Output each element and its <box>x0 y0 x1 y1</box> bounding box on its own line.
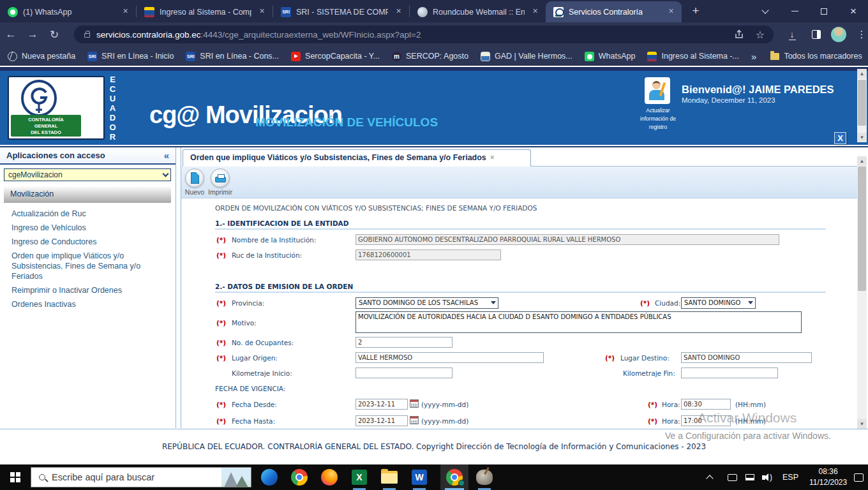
bookmark-sri-inicio[interactable]: SRISRI en Línea - Inicio <box>87 52 174 61</box>
taskbar-edge[interactable] <box>255 464 283 490</box>
url-omnibox[interactable]: servicios.contraloria.gob.ec:4443/cge_ar… <box>74 26 774 43</box>
session-close-button[interactable]: X <box>834 132 846 144</box>
sidebar-item-actualizacion-ruc[interactable]: Actualización de Ruc <box>11 209 167 219</box>
bookmark-ingreso-sistema[interactable]: Ingreso al Sistema -... <box>647 52 739 61</box>
provincia-select[interactable]: SANTO DOMINGO DE LOS TSACHILAS <box>355 297 498 309</box>
taskbar-excel[interactable]: X <box>345 464 373 490</box>
ocupantes-input[interactable] <box>355 337 453 348</box>
side-panel-icon[interactable] <box>812 30 821 39</box>
document-tab-close-icon[interactable]: × <box>490 153 495 162</box>
close-window-button[interactable]: × <box>839 0 868 22</box>
cge-favicon-icon <box>553 7 564 17</box>
bookmark-sri-consultas[interactable]: SRISRI en Línea - Cons... <box>186 52 279 61</box>
fecha-hasta-input[interactable] <box>355 415 408 426</box>
tray-volume[interactable] <box>762 464 768 490</box>
share-icon[interactable] <box>734 29 744 40</box>
start-button[interactable] <box>0 464 31 490</box>
tab-close-icon[interactable]: × <box>120 6 131 17</box>
document-tab[interactable]: Orden que implique Viáticos y/o Subsiste… <box>183 149 531 167</box>
search-highlight-image[interactable] <box>221 467 251 487</box>
fecha-desde-input[interactable] <box>355 399 408 410</box>
welcome-date: Monday, December 11, 2023 <box>682 96 775 104</box>
sidebar-item-ingreso-vehiculos[interactable]: Ingreso de Vehículos <box>11 223 167 233</box>
minimize-button[interactable] <box>780 0 809 22</box>
tray-chevron[interactable] <box>707 464 712 490</box>
bookmarks-overflow-chevron[interactable]: » <box>751 51 756 62</box>
sidebar-item-orden-viaticos[interactable]: Orden que implique Viáticos y/o Subsiste… <box>11 251 167 281</box>
taskbar-gimp[interactable] <box>470 464 498 490</box>
back-button[interactable]: ← <box>0 28 22 41</box>
ruc-input[interactable] <box>355 249 501 260</box>
tab-whatsapp[interactable]: (1) WhatsApp × <box>0 1 136 22</box>
tab-close-icon[interactable]: × <box>393 6 404 17</box>
downloads-icon[interactable]: ↓ <box>782 29 802 40</box>
notification-center[interactable] <box>854 464 864 490</box>
sidebar-item-reimprimir-inactivar[interactable]: Reimprimir o Inactivar Ordenes <box>11 285 167 295</box>
collapse-sidebar-icon[interactable]: « <box>164 147 169 164</box>
tray-device[interactable] <box>728 464 737 490</box>
ciudad-select[interactable]: SANTO DOMINGO <box>681 297 756 309</box>
scroll-down-icon[interactable]: ▼ <box>857 419 867 429</box>
header-scrollbar[interactable]: ▲ ▼ <box>857 69 867 142</box>
browser-menu-icon[interactable]: ⋮ <box>855 29 868 40</box>
calendar-icon[interactable] <box>410 416 419 424</box>
bookmark-star-icon[interactable]: ☆ <box>756 29 765 41</box>
restore-button[interactable] <box>809 0 839 22</box>
bookmark-nueva-pestana[interactable]: Nueva pestaña <box>8 52 75 61</box>
profile-avatar[interactable] <box>831 27 846 42</box>
tray-network[interactable] <box>745 464 754 490</box>
tab-close-icon[interactable]: × <box>257 6 267 17</box>
required-mark: (*) <box>216 417 226 425</box>
update-registration-avatar[interactable] <box>645 77 670 104</box>
taskbar-explorer[interactable] <box>375 464 403 490</box>
taskbar-word[interactable]: W <box>405 464 433 490</box>
new-tab-button[interactable]: + <box>687 3 705 20</box>
scroll-up-icon[interactable]: ▲ <box>857 69 867 78</box>
tab-sri[interactable]: SRI SRI - SISTEMA DE COMPROB × <box>273 1 409 22</box>
bookmark-sercopcapacita[interactable]: SercopCapacita - Y... <box>291 52 380 61</box>
required-mark: (*) <box>605 354 615 362</box>
sidebar-item-ingreso-conductores[interactable]: Ingreso de Conductores <box>11 237 167 247</box>
application-select[interactable]: cgeMovilizacion <box>4 168 171 181</box>
tab-close-icon[interactable]: × <box>530 6 541 17</box>
reload-button[interactable]: ↻ <box>43 28 65 41</box>
origen-input[interactable] <box>355 352 544 363</box>
tab-close-icon[interactable]: × <box>666 6 677 17</box>
whatsapp-favicon-icon <box>8 7 18 17</box>
taskbar-chrome-active[interactable] <box>440 464 468 490</box>
scroll-up-icon[interactable]: ▲ <box>857 156 867 166</box>
destino-label: Lugar Destino: <box>620 354 670 362</box>
destino-input[interactable] <box>681 352 812 363</box>
tab-search-chevron-icon[interactable] <box>751 0 780 22</box>
taskbar-chrome[interactable] <box>285 464 313 490</box>
new-button[interactable]: Nuevo <box>183 168 207 196</box>
hora-desde-input[interactable] <box>681 399 731 410</box>
scrollbar-thumb[interactable] <box>858 80 866 126</box>
content-scrollbar[interactable]: ▲ ▼ <box>857 156 867 429</box>
nombre-input[interactable] <box>355 234 779 245</box>
km-fin-input[interactable] <box>681 368 778 378</box>
clock[interactable]: 08:36 11/12/2023 <box>809 464 847 490</box>
bookmark-sercop-agosto[interactable]: mSERCOP: Agosto <box>392 52 468 61</box>
print-button[interactable]: Imprimir <box>208 168 232 196</box>
tab-servicios-contraloria[interactable]: Servicios Contraloría × <box>546 1 682 22</box>
bookmark-gad-valle-hermoso[interactable]: GAD | Valle Hermos... <box>481 52 572 61</box>
required-mark: (*) <box>648 417 657 425</box>
avatar-caption[interactable]: Actualizar información de registro <box>638 107 678 131</box>
bookmark-whatsapp[interactable]: WhatsApp <box>585 52 636 61</box>
roundcube-favicon-icon <box>417 7 428 17</box>
scrollbar-thumb[interactable] <box>858 167 866 291</box>
language-indicator[interactable]: ESP <box>782 464 798 490</box>
tab-roundcube[interactable]: Roundcube Webmail :: Entra × <box>410 1 546 22</box>
sidebar-item-ordenes-inactivas[interactable]: Ordenes Inactivas <box>11 299 167 309</box>
all-bookmarks-button[interactable]: Todos los marcadores <box>770 52 862 61</box>
forward-button[interactable]: → <box>22 28 43 41</box>
taskbar-firefox[interactable] <box>315 464 343 490</box>
tab-ingreso-sistema[interactable]: Ingreso al Sistema - Compra × <box>137 1 273 22</box>
motivo-textarea[interactable]: MOVILIZACIÓN DE AUTORIDADES HACIA LA CIU… <box>355 311 802 333</box>
hora-hasta-input[interactable] <box>681 415 731 426</box>
calendar-icon[interactable] <box>410 399 419 408</box>
taskbar-search[interactable]: Escribe aquí para buscar <box>31 467 251 487</box>
km-inicio-input[interactable] <box>355 368 453 378</box>
scroll-down-icon[interactable]: ▼ <box>857 133 867 142</box>
